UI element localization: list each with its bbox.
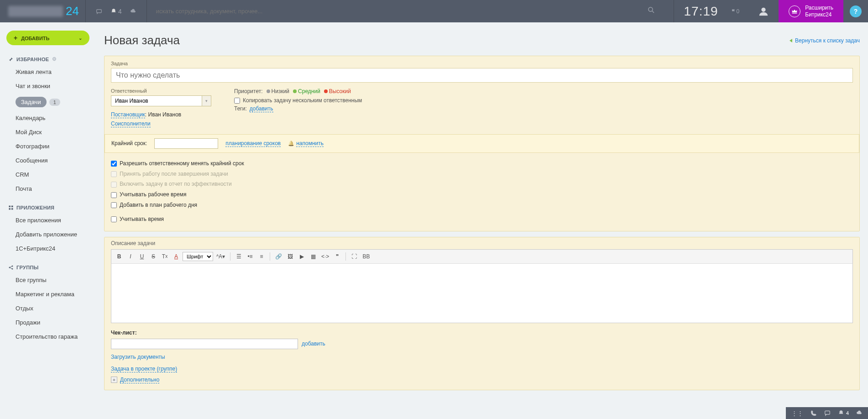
check-accept-work	[111, 171, 117, 177]
checklist-input[interactable]	[111, 339, 298, 349]
italic-button[interactable]: I	[125, 251, 136, 262]
bb-bell-icon[interactable]: 4	[838, 410, 849, 416]
sidebar: +ДОБАВИТЬ ⌄ ИЗБРАННОЕ ⚙ Живая лента Чат …	[0, 22, 96, 419]
check-report-label: Включить задачу в отчет по эффективности	[120, 181, 232, 187]
copy-multiple-checkbox[interactable]	[234, 98, 240, 104]
search-icon[interactable]	[647, 6, 664, 16]
chevron-down-icon[interactable]: ▾	[202, 96, 211, 106]
tags-add-link[interactable]: добавить	[250, 105, 273, 112]
priority-low[interactable]: Низкий	[267, 88, 290, 94]
copy-multiple-label: Копировать задачу нескольким ответственн…	[243, 97, 362, 104]
priority-mid[interactable]: Средний	[293, 88, 320, 94]
sidebar-item-1c[interactable]: 1С+Битрикс24	[0, 241, 96, 256]
responsible-input[interactable]	[111, 96, 202, 106]
sidebar-item-chat[interactable]: Чат и звонки	[0, 79, 96, 93]
poster-link[interactable]: Постановщик	[111, 111, 145, 118]
bb-chat-icon[interactable]	[824, 410, 831, 416]
checklist-label: Чек-лист:	[111, 330, 137, 336]
dot-gray-icon	[267, 89, 270, 93]
coexecutors-link[interactable]: Соисполнители	[111, 120, 151, 127]
svg-point-1	[648, 7, 653, 11]
code-button[interactable]: <·>	[319, 251, 331, 262]
expand-button[interactable]: Расширить Битрикс24	[779, 0, 843, 22]
sidebar-item-messages[interactable]: Сообщения	[0, 153, 96, 168]
image-button[interactable]: 🖼	[285, 251, 295, 262]
remind-link[interactable]: напомнить	[296, 140, 324, 147]
project-link[interactable]: Задача в проекте (группе)	[111, 366, 177, 372]
dot-green-icon	[293, 89, 297, 93]
bold-button[interactable]: B	[114, 251, 124, 262]
svg-rect-10	[825, 411, 830, 414]
check-time[interactable]	[111, 216, 117, 222]
priority-label: Приоритет:	[234, 88, 263, 94]
help-block[interactable]: ?	[843, 0, 868, 22]
font-size-button[interactable]: ᴬA▾	[214, 251, 227, 262]
bb-phone-icon[interactable]	[810, 410, 817, 416]
search-input[interactable]	[156, 8, 647, 15]
deadline-input[interactable]	[154, 138, 218, 149]
upload-docs-link[interactable]: Загрузить документы	[111, 354, 165, 360]
sidebar-item-feed[interactable]: Живая лента	[0, 65, 96, 79]
strike-button[interactable]: S	[148, 251, 158, 262]
check-dayplan-label: Добавить в план рабочего дня	[120, 202, 197, 208]
task-title-input[interactable]	[111, 68, 853, 83]
bell-icon[interactable]: 4	[110, 8, 122, 15]
editor-toolbar: B I U S Tx A Шрифт ᴬA▾ ☰ •≡ ≡ 🔗 🖼 ▶ ▦ <·…	[111, 249, 853, 264]
add-button[interactable]: +ДОБАВИТЬ ⌄	[6, 31, 89, 45]
video-button[interactable]: ▶	[297, 251, 307, 262]
sidebar-item-tasks[interactable]: Задачи 1	[10, 94, 92, 110]
clock-time: 17:19	[684, 4, 718, 19]
page-title: Новая задача	[104, 33, 180, 47]
sidebar-item-disk[interactable]: Мой Диск	[0, 125, 96, 139]
gear-icon[interactable]: ⚙	[52, 56, 57, 62]
avatar-block[interactable]	[748, 0, 779, 22]
sidebar-item-photos[interactable]: Фотографии	[0, 139, 96, 153]
checklist-add-link[interactable]: добавить	[302, 340, 325, 347]
table-button[interactable]: ▦	[308, 251, 318, 262]
sidebar-item-garage[interactable]: Строительство гаража	[0, 330, 96, 344]
expand-extra-icon[interactable]: +	[111, 377, 117, 383]
sidebar-item-mail[interactable]: Почта	[0, 182, 96, 196]
flag-block[interactable]: 0	[728, 8, 749, 15]
bb-cloud-icon[interactable]	[856, 410, 863, 416]
responsible-select[interactable]: ▾	[111, 95, 211, 106]
check-allow-change[interactable]	[111, 161, 117, 167]
font-select[interactable]: Шрифт	[183, 252, 213, 261]
check-time-label: Учитывать время	[120, 216, 164, 222]
sidebar-item-add-app[interactable]: Добавить приложение	[0, 227, 96, 241]
link-button[interactable]: 🔗	[273, 251, 284, 262]
clear-format-button[interactable]: Tx	[160, 251, 170, 262]
unordered-list-button[interactable]: •≡	[245, 251, 255, 262]
check-dayplan[interactable]	[111, 202, 117, 208]
fullscreen-button[interactable]: ⛶	[349, 251, 359, 262]
text-color-button[interactable]: A	[171, 251, 181, 262]
svg-rect-6	[11, 208, 13, 210]
extra-link[interactable]: Дополнительно	[120, 377, 159, 383]
planning-link[interactable]: планирование сроков	[225, 140, 281, 147]
description-editor[interactable]	[111, 264, 853, 323]
crown-icon	[789, 5, 800, 17]
sidebar-item-all-apps[interactable]: Все приложения	[0, 213, 96, 227]
svg-rect-0	[97, 9, 102, 12]
svg-rect-5	[9, 208, 11, 210]
ordered-list-button[interactable]: ☰	[234, 251, 244, 262]
clock-block[interactable]: 17:19	[674, 0, 728, 22]
align-button[interactable]: ≡	[256, 251, 267, 262]
check-worktime[interactable]	[111, 192, 117, 198]
chat-icon[interactable]	[96, 8, 102, 15]
sidebar-item-marketing[interactable]: Маркетинг и реклама	[0, 287, 96, 301]
priority-high[interactable]: Высокий	[324, 88, 351, 94]
back-to-list-link[interactable]: Вернуться к списку задач	[790, 37, 860, 44]
bbcode-button[interactable]: BB	[361, 251, 371, 262]
sidebar-item-crm[interactable]: CRM	[0, 168, 96, 182]
sidebar-item-calendar[interactable]: Календарь	[0, 111, 96, 125]
quote-button[interactable]: ❞	[332, 251, 342, 262]
sidebar-item-all-groups[interactable]: Все группы	[0, 273, 96, 287]
task-field-label: Задача	[111, 61, 853, 66]
underline-button[interactable]: U	[137, 251, 147, 262]
bb-grip-icon[interactable]: ⋮⋮	[791, 410, 803, 417]
sidebar-item-sales[interactable]: Продажи	[0, 315, 96, 330]
sidebar-item-rest[interactable]: Отдых	[0, 301, 96, 315]
cloud-icon[interactable]	[130, 8, 136, 15]
task-panel: Задача Ответственный ▾ Постановщик: Иван…	[104, 56, 860, 231]
